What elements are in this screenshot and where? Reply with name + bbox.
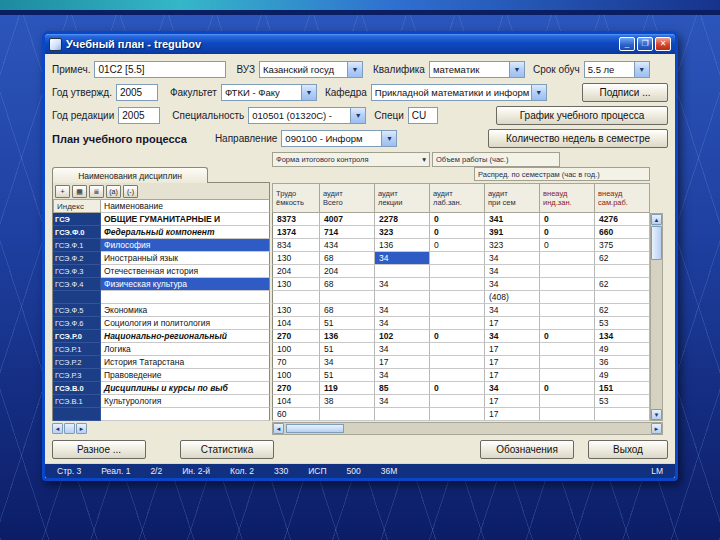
grid-cell[interactable]: 34	[375, 369, 430, 382]
row-index-cell[interactable]	[53, 291, 101, 304]
row-name-cell[interactable]: Экономика	[101, 304, 270, 317]
grid-cell[interactable]: 2278	[375, 213, 430, 226]
grid-cell[interactable]: 834	[272, 239, 320, 252]
misc-button[interactable]: Разное ...	[52, 440, 146, 459]
row-name-cell[interactable]: Правоведение	[101, 369, 270, 382]
legend-button[interactable]: Обозначения	[480, 440, 574, 459]
god-utv-input[interactable]	[116, 84, 158, 101]
grid-cell[interactable]: 102	[375, 330, 430, 343]
grid-cell[interactable]: 0	[540, 330, 595, 343]
grid-cell[interactable]	[320, 408, 375, 421]
row-name-cell[interactable]: ОБЩИЕ ГУМАНИТАРНЫЕ И	[101, 213, 270, 226]
grid-cell[interactable]: 68	[320, 304, 375, 317]
exit-button[interactable]: Выход	[588, 440, 668, 459]
row-name-cell[interactable]: Федеральный компонент	[101, 226, 270, 239]
vuz-combo[interactable]: Казанский госуд ▼	[259, 61, 363, 78]
grid-cell[interactable]: 36	[595, 356, 650, 369]
grid-cell[interactable]	[375, 291, 430, 304]
grid-cell[interactable]: 34	[375, 304, 430, 317]
kvalif-combo[interactable]: математик ▼	[429, 61, 525, 78]
grid-cell[interactable]: 0	[540, 226, 595, 239]
row-index-cell[interactable]: ГСЭ.В.0	[53, 382, 101, 395]
grid-cell[interactable]: 119	[320, 382, 375, 395]
grid-cell[interactable]: 0	[430, 226, 485, 239]
grid-cell[interactable]: 34	[485, 278, 540, 291]
grid-cell[interactable]: 34	[485, 382, 540, 395]
grid-cell[interactable]: 0	[430, 382, 485, 395]
grid-cell[interactable]: 34	[485, 304, 540, 317]
row-name-cell[interactable]: Философия	[101, 239, 270, 252]
scroll-down-icon[interactable]: ▼	[651, 409, 662, 420]
row-index-cell[interactable]: ГСЭ	[53, 213, 101, 226]
grid-cell[interactable]	[540, 278, 595, 291]
add-row-button[interactable]: +	[55, 185, 70, 198]
grid-cell[interactable]: 341	[485, 213, 540, 226]
row-index-cell[interactable]: ГСЭ.Ф.2	[53, 252, 101, 265]
grid-cell[interactable]: 38	[320, 395, 375, 408]
grid-cell[interactable]: 4007	[320, 213, 375, 226]
napravlenie-combo[interactable]: 090100 - Информ ▼	[281, 130, 397, 147]
minimize-button[interactable]: _	[619, 37, 635, 51]
grid-cell[interactable]: 0	[540, 239, 595, 252]
grid-cell[interactable]	[430, 369, 485, 382]
maximize-button[interactable]: ❐	[637, 37, 653, 51]
row-index-cell[interactable]: ГСЭ.Ф.5	[53, 304, 101, 317]
grid-cell[interactable]: 151	[595, 382, 650, 395]
grid-cell[interactable]: 660	[595, 226, 650, 239]
scrollbar-thumb[interactable]	[651, 226, 662, 260]
grid-cell[interactable]: 17	[485, 317, 540, 330]
row-name-cell[interactable]: Иностранный язык	[101, 252, 270, 265]
grid-cell[interactable]	[540, 265, 595, 278]
grid-cell[interactable]: 136	[375, 239, 430, 252]
names-horizontal-scrollbar[interactable]: ◄ ►	[52, 422, 270, 435]
grid-cell[interactable]: 17	[485, 343, 540, 356]
grid-cell[interactable]: 0	[430, 213, 485, 226]
grid-cell[interactable]: 49	[595, 343, 650, 356]
row-name-cell[interactable]: История Татарстана	[101, 356, 270, 369]
grid-cell[interactable]: 136	[320, 330, 375, 343]
grid-cell[interactable]: 70	[272, 356, 320, 369]
grid-cell[interactable]	[375, 265, 430, 278]
window-titlebar[interactable]: Учебный план - tregubov _ ❐ ✕	[45, 34, 675, 54]
scroll-right-icon[interactable]: ►	[76, 423, 87, 434]
spec-combo[interactable]: 010501 (01320С) - ▼	[248, 107, 366, 124]
grid-cell[interactable]: 204	[272, 265, 320, 278]
row-index-cell[interactable]: ГСЭ.Ф.1	[53, 239, 101, 252]
kafedra-combo[interactable]: Прикладной математики и информ ▼	[371, 84, 547, 101]
nedeli-button[interactable]: Количество недель в семестре	[488, 129, 668, 148]
grid-cell[interactable]: 375	[595, 239, 650, 252]
grid-cell[interactable]: 8373	[272, 213, 320, 226]
grid-cell[interactable]	[430, 356, 485, 369]
fakultet-combo[interactable]: ФТКИ - Факу ▼	[221, 84, 317, 101]
tab-discipline-names[interactable]: Наименования дисциплин	[52, 167, 208, 183]
grid-cell[interactable]: 104	[272, 317, 320, 330]
row-name-cell[interactable]	[101, 291, 270, 304]
row-index-cell[interactable]: ГСЭ.Р.3	[53, 369, 101, 382]
minus-button[interactable]: (-)	[123, 185, 138, 198]
podpisi-button[interactable]: Подписи ...	[582, 83, 668, 102]
grid-cell[interactable]	[430, 265, 485, 278]
grid-cell[interactable]: 34	[485, 265, 540, 278]
a-button[interactable]: (а)	[106, 185, 121, 198]
god-red-input[interactable]	[118, 107, 160, 124]
grid-cell[interactable]: 68	[320, 252, 375, 265]
grid-cell[interactable]	[430, 317, 485, 330]
grid-cell[interactable]: 34	[320, 356, 375, 369]
grid-vertical-scrollbar[interactable]: ▲ ▼	[650, 213, 663, 421]
scroll-right-icon[interactable]: ►	[651, 423, 662, 434]
grid-cell[interactable]	[540, 304, 595, 317]
grid-cell[interactable]: 134	[595, 330, 650, 343]
grid-cell[interactable]: 391	[485, 226, 540, 239]
row-index-cell[interactable]	[53, 408, 101, 421]
scroll-up-icon[interactable]: ▲	[651, 214, 662, 225]
grafik-button[interactable]: График учебного процесса	[496, 106, 668, 125]
control-form-header[interactable]: Форма итогового контроля ▾	[272, 152, 430, 167]
grid-cell[interactable]: 62	[595, 304, 650, 317]
row-index-cell[interactable]: ГСЭ.Ф.0	[53, 226, 101, 239]
grid-cell[interactable]: 323	[375, 226, 430, 239]
grid-cell[interactable]: 4276	[595, 213, 650, 226]
row-index-cell[interactable]: ГСЭ.Р.2	[53, 356, 101, 369]
grid-cell[interactable]: 17	[485, 408, 540, 421]
grid-cell[interactable]: 204	[320, 265, 375, 278]
grid-cell[interactable]: 0	[540, 213, 595, 226]
